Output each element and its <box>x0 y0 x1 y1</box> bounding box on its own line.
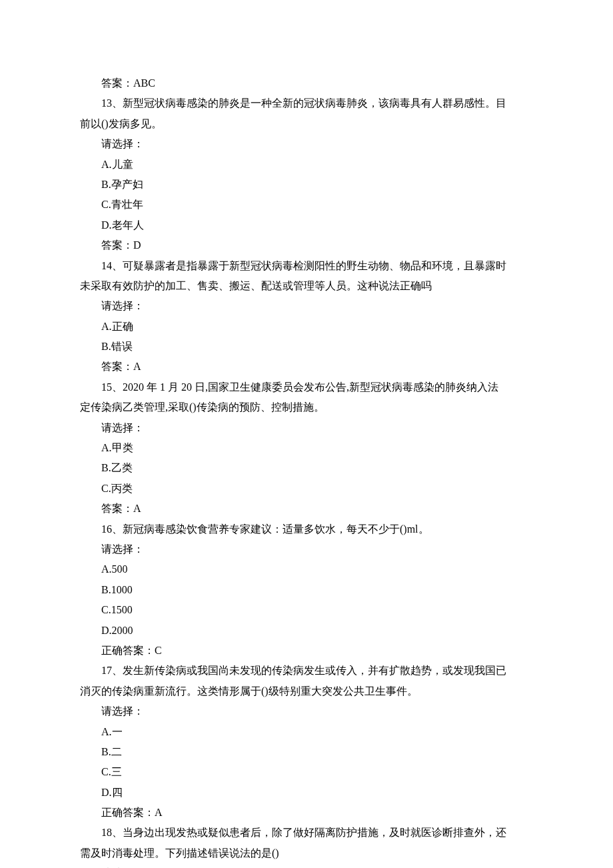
text-line: A.儿童 <box>80 155 533 175</box>
text-line: 请选择： <box>80 863 533 868</box>
text-line: C.青壮年 <box>80 195 533 215</box>
text-line: 请选择： <box>80 701 533 721</box>
text-line: 答案：A <box>80 357 533 377</box>
text-line: 18、当身边出现发热或疑似患者后，除了做好隔离防护措施，及时就医诊断排查外，还 <box>80 823 533 843</box>
text-line: 14、可疑暴露者是指暴露于新型冠状病毒检测阳性的野生动物、物品和环境，且暴露时 <box>80 256 533 276</box>
exam-page: 答案：ABC13、新型冠状病毒感染的肺炎是一种全新的冠状病毒肺炎，该病毒具有人群… <box>0 0 613 868</box>
text-line: 请选择： <box>80 418 533 438</box>
text-line: D.老年人 <box>80 215 533 235</box>
text-line: 13、新型冠状病毒感染的肺炎是一种全新的冠状病毒肺炎，该病毒具有人群易感性。目 <box>80 93 533 113</box>
text-line: B.错误 <box>80 337 533 357</box>
text-line: 答案：D <box>80 235 533 255</box>
text-line: B.乙类 <box>80 458 533 478</box>
text-line: 请选择： <box>80 539 533 559</box>
text-line: B.1000 <box>80 580 533 600</box>
text-line: 定传染病乙类管理,采取()传染病的预防、控制措施。 <box>80 397 533 417</box>
text-line: D.2000 <box>80 621 533 641</box>
text-line: 16、新冠病毒感染饮食营养专家建议：适量多饮水，每天不少于()ml。 <box>80 519 533 539</box>
text-line: C.1500 <box>80 600 533 620</box>
text-line: A.500 <box>80 559 533 579</box>
text-line: 正确答案：C <box>80 641 533 661</box>
text-line: 15、2020 年 1 月 20 日,国家卫生健康委员会发布公告,新型冠状病毒感… <box>80 377 533 397</box>
text-line: D.四 <box>80 783 533 803</box>
text-line: 前以()发病多见。 <box>80 114 533 134</box>
text-line: 未采取有效防护的加工、售卖、搬运、配送或管理等人员。这种说法正确吗 <box>80 276 533 296</box>
text-line: 需及时消毒处理。下列描述错误说法的是() <box>80 843 533 863</box>
text-line: 请选择： <box>80 296 533 316</box>
text-line: A.一 <box>80 722 533 742</box>
text-line: A.正确 <box>80 317 533 337</box>
text-line: B.孕产妇 <box>80 175 533 195</box>
text-line: 17、发生新传染病或我国尚未发现的传染病发生或传入，并有扩散趋势，或发现我国已 <box>80 661 533 681</box>
text-line: B.二 <box>80 742 533 762</box>
text-line: 请选择： <box>80 134 533 154</box>
text-line: C.三 <box>80 762 533 782</box>
text-line: 正确答案：A <box>80 803 533 823</box>
text-line: A.甲类 <box>80 438 533 458</box>
text-line: 答案：ABC <box>80 73 533 93</box>
text-line: 消灭的传染病重新流行。这类情形属于()级特别重大突发公共卫生事件。 <box>80 681 533 701</box>
text-line: C.丙类 <box>80 479 533 499</box>
text-line: 答案：A <box>80 499 533 519</box>
